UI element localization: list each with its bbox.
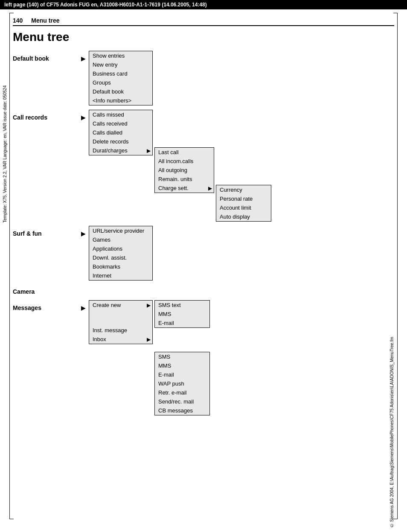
margin-line-left (9, 13, 10, 519)
menu-box-durat: Last call All incom.calls All outgoing R… (154, 147, 214, 193)
page-header-bar: left page (140) of CF75 Adonis FUG en, A… (0, 0, 407, 9)
item-last-call: Last call (155, 148, 214, 157)
item-calls-dialled: Calls dialled (89, 128, 152, 137)
item-wap-push: WAP push (155, 379, 209, 388)
arrow-surf-fun: ▶ (81, 226, 89, 237)
call-records-row: Call records ▶ Calls missed Calls receiv… (13, 110, 394, 222)
item-downl-assist: Downl. assist. (89, 253, 152, 262)
category-default-book: Default book (13, 51, 81, 65)
item-all-incom-calls: All incom.calls (155, 157, 214, 166)
messages-row: Messages ▶ Create new ▶ Inst. message In… (13, 300, 394, 415)
item-mms-create: MMS (155, 310, 209, 319)
item-default-book: Default book (89, 87, 152, 96)
item-applications: Applications (89, 244, 152, 253)
item-send-rec-mail: Send/rec. mail (155, 397, 209, 406)
arrow-durat: ▶ (147, 148, 151, 154)
item-personal-rate: Personal rate (216, 194, 271, 203)
item-durat-charges: Durat/charges ▶ (89, 146, 152, 155)
item-internet: Internet (89, 271, 152, 280)
page-title: Menu tree (31, 17, 59, 24)
item-info-numbers: <Info numbers> (89, 96, 152, 105)
default-book-row: Default book ▶ Show entries New entry Bu… (13, 51, 394, 105)
item-inbox: Inbox ▶ (89, 335, 152, 344)
item-mms-inbox: MMS (155, 361, 209, 370)
messages-subs: SMS text MMS E-mail SMS MMS E-mail WAP p… (154, 300, 210, 415)
template-text: Template: X75, Version 2.2, VAR Language… (3, 85, 7, 223)
margin-line-right (397, 13, 398, 519)
item-bookmarks: Bookmarks (89, 262, 152, 271)
arrow-create-new: ▶ (147, 302, 151, 308)
category-surf-fun: Surf & fun (13, 226, 81, 240)
item-delete-records: Delete records (89, 137, 152, 146)
item-inst-message: Inst. message (89, 326, 152, 335)
copyright-text: © Siemens AG 2004, E:\Auftrag\Siemens\Mo… (390, 337, 394, 528)
page-number: 140 (13, 17, 23, 24)
item-url-service: URL/service provider (89, 226, 152, 235)
menu-box-messages: Create new ▶ Inst. message Inbox ▶ (89, 300, 153, 344)
arrow-inbox: ▶ (147, 336, 151, 342)
item-charge-sett: Charge sett. ▶ (155, 184, 214, 193)
item-sms-inbox: SMS (155, 352, 209, 361)
item-retr-email: Retr. e-mail (155, 388, 209, 397)
arrow-default-book: ▶ (81, 51, 89, 62)
page-section-header: 140 Menu tree (13, 17, 394, 26)
item-remain-units: Remain. units (155, 175, 214, 184)
item-email-create: E-mail (155, 319, 209, 327)
durat-sub-container: Last call All incom.calls All outgoing R… (154, 147, 271, 222)
category-camera: Camera (13, 284, 81, 298)
menu-tree: Default book ▶ Show entries New entry Bu… (13, 51, 394, 415)
category-messages: Messages (13, 300, 81, 315)
item-account-limit: Account limit (216, 203, 271, 212)
menu-box-charge-sett: Currency Personal rate Account limit Aut… (216, 185, 271, 222)
charge-sett-sub-container: Currency Personal rate Account limit Aut… (216, 185, 271, 222)
header-text: left page (140) of CF75 Adonis FUG en, A… (4, 2, 207, 8)
main-content: 140 Menu tree Menu tree Default book ▶ S… (13, 13, 394, 519)
camera-row: Camera (13, 284, 394, 298)
menu-box-create-new: SMS text MMS E-mail (154, 300, 210, 328)
item-email-inbox: E-mail (155, 370, 209, 379)
menu-box-inbox: SMS MMS E-mail WAP push Retr. e-mail Sen… (154, 352, 210, 415)
menu-box-default-book: Show entries New entry Business card Gro… (89, 51, 153, 105)
item-create-new: Create new ▶ (89, 301, 152, 310)
item-calls-missed: Calls missed (89, 110, 152, 119)
item-calls-received: Calls received (89, 119, 152, 128)
item-games: Games (89, 235, 152, 244)
arrow-call-records: ▶ (81, 110, 89, 121)
item-show-entries: Show entries (89, 51, 152, 60)
menu-box-surf-fun: URL/service provider Games Applications … (89, 226, 153, 281)
item-new-entry: New entry (89, 60, 152, 69)
item-sms-text: SMS text (155, 301, 209, 310)
category-call-records: Call records (13, 110, 81, 124)
item-auto-display: Auto display (216, 212, 271, 221)
item-cb-messages: CB messages (155, 406, 209, 415)
item-groups: Groups (89, 78, 152, 87)
spacer2 (154, 328, 210, 352)
item-all-outgoing: All outgoing (155, 166, 214, 175)
arrow-messages: ▶ (81, 300, 89, 311)
item-currency: Currency (216, 185, 271, 194)
arrow-charge: ▶ (208, 185, 212, 191)
main-title: Menu tree (13, 30, 394, 44)
item-business-card: Business card (89, 69, 152, 78)
menu-box-call-records: Calls missed Calls received Calls dialle… (89, 110, 153, 155)
surf-fun-row: Surf & fun ▶ URL/service provider Games … (13, 226, 394, 281)
spacer-messages (89, 310, 152, 326)
